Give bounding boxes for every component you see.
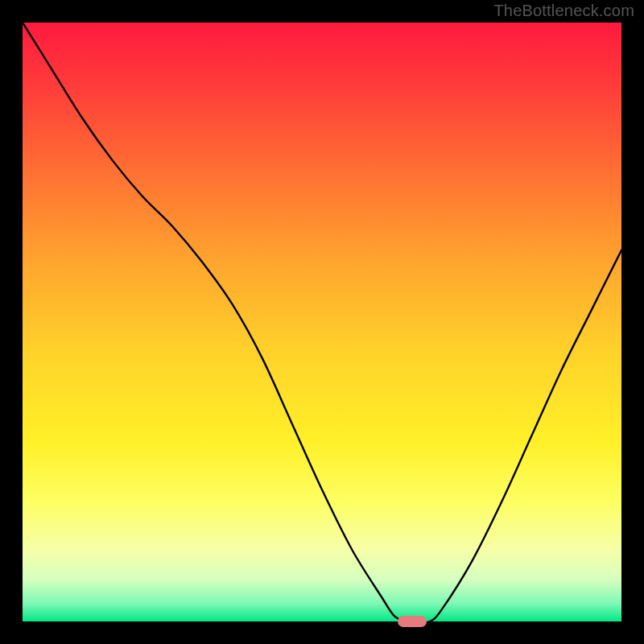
- optimal-marker: [398, 616, 427, 627]
- watermark-text: TheBottleneck.com: [493, 2, 634, 20]
- chart-svg: [23, 23, 621, 621]
- gradient-bg: [23, 23, 621, 621]
- plot-area: [23, 23, 621, 621]
- chart-frame: TheBottleneck.com: [0, 0, 644, 644]
